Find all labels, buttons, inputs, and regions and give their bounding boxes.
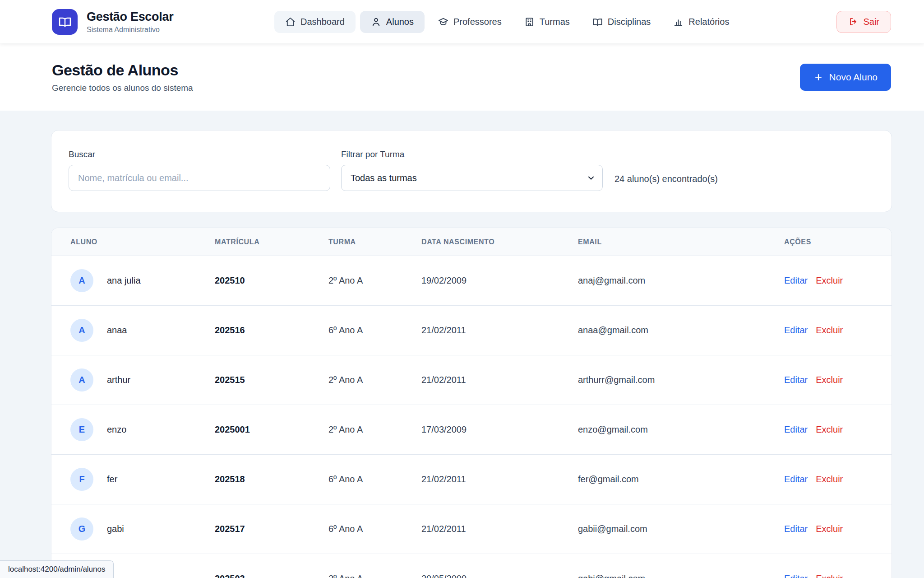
nascimento-cell: 19/02/2009 [421,275,578,286]
nav-item-turmas[interactable]: Turmas [515,11,579,33]
email-cell: arthurr@gmail.com [578,375,784,385]
avatar: A [70,269,93,292]
nav-item-relatorios[interactable]: Relatórios [664,11,738,33]
actions-cell: Editar Excluir [784,474,892,485]
edit-link[interactable]: Editar [784,325,808,336]
actions-cell: Editar Excluir [784,325,892,336]
delete-link[interactable]: Excluir [816,424,843,435]
email-cell: anaa@gmail.com [578,325,784,336]
delete-link[interactable]: Excluir [816,375,843,385]
student-cell: A arthur [70,368,215,392]
nascimento-cell: 21/02/2011 [421,375,578,385]
avatar: E [70,418,93,441]
student-name: fer [107,474,117,485]
nascimento-cell: 21/02/2011 [421,524,578,534]
edit-link[interactable]: Editar [784,524,808,534]
turma-field-group: Filtrar por Turma Todas as turmas [341,149,603,191]
link-preview-statusbar: localhost:4200/admin/alunos [0,560,114,578]
student-name: arthur [107,375,130,385]
student-cell: A ana julia [70,269,215,292]
matricula-cell: 202503 [215,573,328,578]
turma-filter-label: Filtrar por Turma [341,149,603,159]
table-row: A arthur 202515 2º Ano A 21/02/2011 arth… [51,355,892,405]
delete-link[interactable]: Excluir [816,474,843,485]
search-input[interactable] [69,165,330,191]
actions-cell: Editar Excluir [784,424,892,435]
student-name: enzo [107,424,126,435]
actions-cell: Editar Excluir [784,375,892,385]
home-icon [285,17,296,27]
search-field-group: Buscar [69,149,330,191]
column-header-turma: TURMA [328,238,421,246]
student-name: ana julia [107,275,141,286]
email-cell: anaj@gmail.com [578,275,784,286]
student-cell: E enzo [70,418,215,441]
actions-cell: Editar Excluir [784,573,892,578]
page-header: Gestão de Alunos Gerencie todos os aluno… [0,43,924,111]
status-url: localhost:4200/admin/alunos [8,565,105,573]
student-icon [371,17,381,27]
main-content: Buscar Filtrar por Turma Todas as turmas… [0,111,924,578]
new-student-button[interactable]: Novo Aluno [800,64,891,91]
table-row: G gabi 202517 6º Ano A 21/02/2011 gabii@… [51,504,892,554]
avatar: G [70,517,93,541]
edit-link[interactable]: Editar [784,424,808,435]
brand: Gestão Escolar Sistema Administrativo [52,9,173,35]
nav-item-disciplinas[interactable]: Disciplinas [583,11,660,33]
student-name: anaa [107,325,127,336]
nascimento-cell: 20/05/2009 [421,573,578,578]
table-row: E enzo 2025001 2º Ano A 17/03/2009 enzo@… [51,405,892,455]
email-cell: gabii@gmail.com [578,524,784,534]
nav-label: Alunos [386,17,414,27]
turma-select[interactable]: Todas as turmas [341,165,603,191]
logout-icon [848,17,858,27]
table-row: 202503 2º Ano A 20/05/2009 gabi@gmail.co… [51,554,892,578]
page-subtitle: Gerencie todos os alunos do sistema [52,83,193,93]
turma-cell: 6º Ano A [328,474,421,485]
email-cell: enzo@gmail.com [578,424,784,435]
actions-cell: Editar Excluir [784,524,892,534]
nav-item-professores[interactable]: Professores [429,11,511,33]
table-row: A anaa 202516 6º Ano A 21/02/2011 anaa@g… [51,306,892,355]
students-table: ALUNO MATRÍCULA TURMA DATA NASCIMENTO EM… [51,228,892,578]
results-count: 24 aluno(s) encontrado(s) [614,174,718,184]
brand-subtitle: Sistema Administrativo [87,26,173,34]
page-title: Gestão de Alunos [52,61,193,79]
new-student-label: Novo Aluno [829,72,878,83]
matricula-cell: 2025001 [215,424,328,435]
logout-label: Sair [863,17,879,27]
nav-label: Disciplinas [608,17,651,27]
graduation-cap-icon [438,17,448,27]
edit-link[interactable]: Editar [784,474,808,485]
logout-button[interactable]: Sair [836,11,891,33]
delete-link[interactable]: Excluir [816,524,843,534]
nav-item-alunos[interactable]: Alunos [360,11,425,33]
student-cell: G gabi [70,517,215,541]
page-header-text: Gestão de Alunos Gerencie todos os aluno… [52,61,193,93]
brand-title: Gestão Escolar [87,10,173,24]
nav-item-dashboard[interactable]: Dashboard [274,11,356,33]
nascimento-cell: 21/02/2011 [421,474,578,485]
edit-link[interactable]: Editar [784,375,808,385]
nascimento-cell: 21/02/2011 [421,325,578,336]
column-header-aluno: ALUNO [70,238,215,246]
nav-label: Professores [453,17,502,27]
column-header-email: EMAIL [578,238,784,246]
filter-card: Buscar Filtrar por Turma Todas as turmas… [51,130,892,212]
matricula-cell: 202516 [215,325,328,336]
student-cell: A anaa [70,319,215,342]
column-header-nascimento: DATA NASCIMENTO [421,238,578,246]
table-body: A ana julia 202510 2º Ano A 19/02/2009 a… [51,256,892,578]
actions-cell: Editar Excluir [784,275,892,286]
email-cell: gabi@gmail.com [578,573,784,578]
edit-link[interactable]: Editar [784,573,808,578]
nav-label: Turmas [540,17,570,27]
delete-link[interactable]: Excluir [816,325,843,336]
edit-link[interactable]: Editar [784,275,808,286]
delete-link[interactable]: Excluir [816,275,843,286]
delete-link[interactable]: Excluir [816,573,843,578]
turma-cell: 2º Ano A [328,424,421,435]
email-cell: fer@gmail.com [578,474,784,485]
main-nav: Dashboard Alunos Professores Turmas Disc… [274,0,738,43]
turma-cell: 2º Ano A [328,275,421,286]
